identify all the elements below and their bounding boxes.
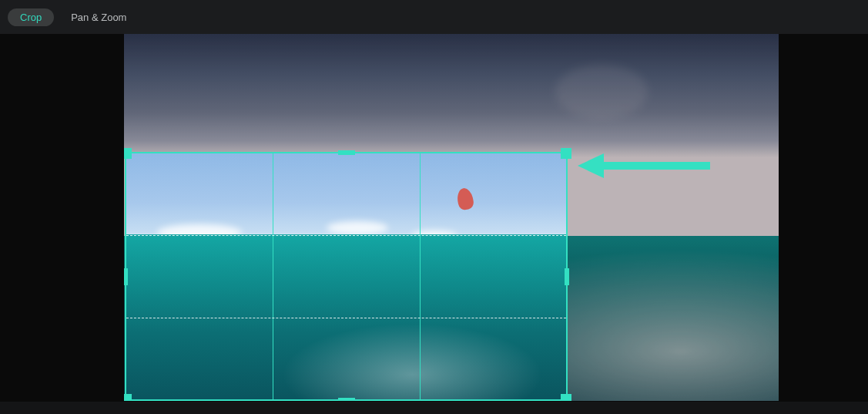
crop-handle-right[interactable] <box>565 268 569 285</box>
preview-lens-flare <box>555 65 648 119</box>
tab-crop[interactable]: Crop <box>8 8 54 26</box>
crop-handle-bottom[interactable] <box>338 398 355 401</box>
crop-handle-top[interactable] <box>338 150 355 155</box>
tab-pan-zoom[interactable]: Pan & Zoom <box>59 8 139 26</box>
crop-inside-preview <box>126 153 566 399</box>
crop-handle-top-left[interactable] <box>124 148 132 159</box>
crop-toolbar: Crop Pan & Zoom <box>0 0 868 34</box>
crop-selection-box[interactable] <box>125 152 568 401</box>
crop-handle-bottom-right[interactable] <box>561 394 571 401</box>
video-preview <box>124 34 779 401</box>
crop-handle-left[interactable] <box>124 268 128 285</box>
crop-handle-bottom-left[interactable] <box>124 394 132 401</box>
crop-canvas <box>0 34 868 402</box>
crop-kite <box>456 187 475 210</box>
bottom-bar <box>0 402 868 414</box>
crop-handle-top-right[interactable] <box>561 148 571 159</box>
